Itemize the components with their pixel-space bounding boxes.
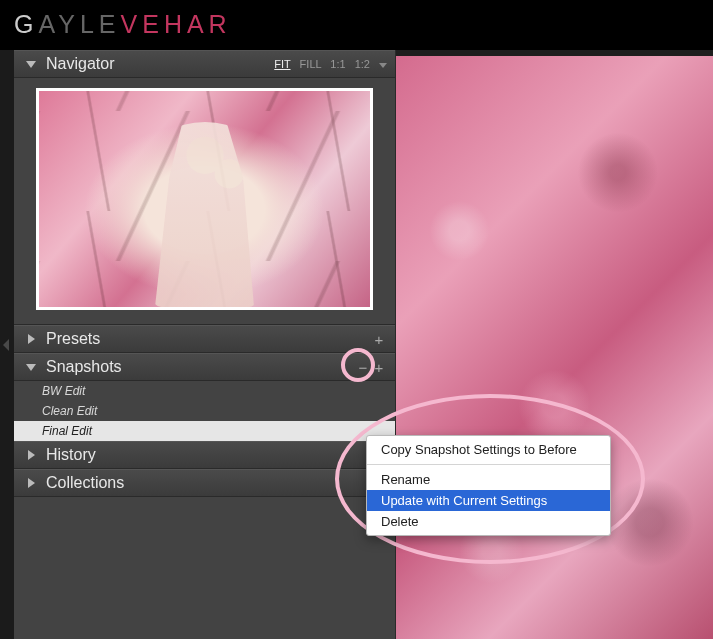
zoom-1-2[interactable]: 1:2 — [355, 58, 370, 70]
snapshots-remove-button[interactable]: − — [355, 359, 371, 376]
presets-title: Presets — [46, 330, 371, 348]
svg-marker-5 — [28, 450, 35, 460]
navigator-thumbnail[interactable] — [36, 88, 373, 310]
brand-part-1: G — [14, 10, 38, 38]
chevron-left-icon — [3, 339, 11, 351]
brand-header: GAYLEVEHAR — [0, 0, 713, 50]
snapshots-title: Snapshots — [46, 358, 355, 376]
main-image-viewport[interactable] — [396, 50, 713, 639]
snapshots-add-button[interactable]: + — [371, 359, 387, 376]
main-image-texture — [396, 56, 713, 639]
zoom-1-1[interactable]: 1:1 — [330, 58, 345, 70]
snapshots-panel-body: BW Edit Clean Edit Final Edit — [14, 381, 395, 441]
disclosure-right-icon — [26, 334, 36, 344]
disclosure-down-icon — [26, 59, 36, 69]
menu-update-current-settings[interactable]: Update with Current Settings — [367, 490, 610, 511]
navigator-zoom-options: FIT FILL 1:1 1:2 — [268, 58, 387, 70]
menu-rename[interactable]: Rename — [367, 469, 610, 490]
presets-add-button[interactable]: + — [371, 331, 387, 348]
left-sidebar: Navigator FIT FILL 1:1 1:2 Presets + — [14, 50, 396, 639]
collections-title: Collections — [46, 474, 371, 492]
sidebar-empty-area — [14, 497, 395, 639]
disclosure-down-icon — [26, 362, 36, 372]
menu-delete[interactable]: Delete — [367, 511, 610, 532]
brand-part-3: VEHAR — [121, 10, 232, 38]
history-title: History — [46, 446, 371, 464]
sidebar-collapse-gutter[interactable] — [0, 50, 14, 639]
zoom-fill[interactable]: FILL — [300, 58, 322, 70]
zoom-more-icon[interactable] — [379, 58, 387, 70]
svg-marker-2 — [379, 63, 387, 68]
zoom-fit[interactable]: FIT — [274, 58, 290, 70]
snapshot-item-selected[interactable]: Final Edit — [14, 421, 395, 441]
disclosure-right-icon — [26, 478, 36, 488]
navigator-panel-body — [14, 78, 395, 325]
brand-part-2: AYLE — [38, 10, 120, 38]
menu-separator — [367, 464, 610, 465]
svg-marker-6 — [28, 478, 35, 488]
collections-panel-header[interactable]: Collections + — [14, 469, 395, 497]
navigator-panel-header[interactable]: Navigator FIT FILL 1:1 1:2 — [14, 50, 395, 78]
snapshot-item[interactable]: Clean Edit — [14, 401, 395, 421]
snapshot-item[interactable]: BW Edit — [14, 381, 395, 401]
disclosure-right-icon — [26, 450, 36, 460]
presets-panel-header[interactable]: Presets + — [14, 325, 395, 353]
svg-marker-0 — [3, 339, 9, 351]
history-panel-header[interactable]: History + — [14, 441, 395, 469]
snapshots-panel-header[interactable]: Snapshots − + — [14, 353, 395, 381]
svg-marker-3 — [28, 334, 35, 344]
menu-copy-settings-before[interactable]: Copy Snapshot Settings to Before — [367, 439, 610, 460]
snapshot-context-menu: Copy Snapshot Settings to Before Rename … — [366, 435, 611, 536]
svg-marker-4 — [26, 364, 36, 371]
svg-marker-1 — [26, 61, 36, 68]
navigator-title: Navigator — [46, 55, 268, 73]
